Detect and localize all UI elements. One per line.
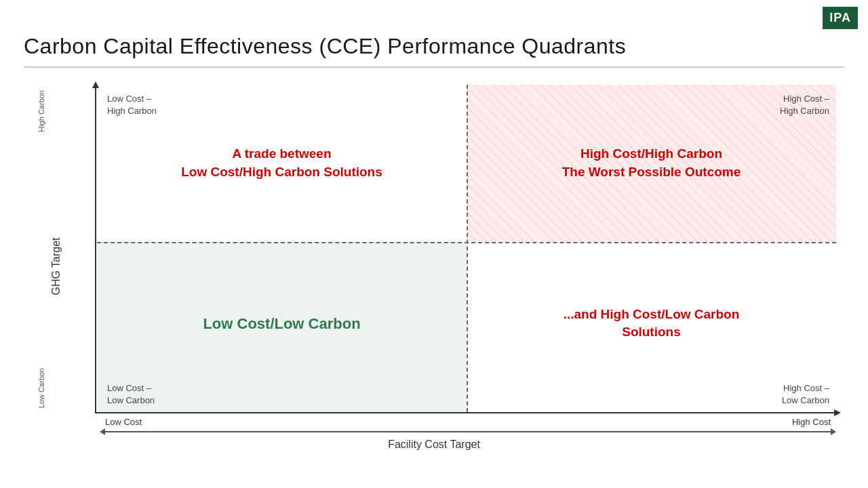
title-underline [24, 66, 844, 68]
horizontal-divider [97, 242, 836, 243]
x-axis-label: Facility Cost Target [388, 439, 480, 451]
y-high-label: High Carbon [37, 90, 45, 132]
page-title: Carbon Capital Effectiveness (CCE) Perfo… [24, 34, 626, 59]
quadrant-top-right-label: High Cost/High Carbon The Worst Possible… [481, 145, 821, 181]
corner-label-bottom-left: Low Cost – Low Carbon [107, 382, 155, 407]
y-axis-label: GHG Target [50, 237, 62, 295]
y-axis-line [95, 85, 96, 413]
ipa-logo: IPA [823, 7, 858, 29]
vertical-divider [467, 85, 468, 412]
quadrant-top-left-label: A trade between Low Cost/High Carbon Sol… [112, 145, 452, 181]
quadrant-grid: Low Cost – High Carbon High Cost – High … [97, 85, 836, 412]
x-high-label: High Cost [792, 417, 831, 427]
quadrant-bottom-left-label: Low Cost/Low Carbon [112, 313, 452, 334]
x-low-label: Low Cost [105, 417, 142, 427]
x-axis-line [95, 412, 837, 413]
x-bidirectional-arrow [105, 431, 831, 432]
corner-label-bottom-right: High Cost – Low Carbon [782, 382, 829, 407]
chart-area: GHG Target High Carbon Low Carbon Facili… [24, 78, 844, 454]
y-low-label: Low Carbon [37, 368, 45, 408]
quadrant-bottom-right-label: ...and High Cost/Low Carbon Solutions [481, 306, 821, 342]
corner-label-top-right: High Cost – High Carbon [780, 93, 829, 117]
corner-label-top-left: Low Cost – High Carbon [107, 93, 157, 117]
